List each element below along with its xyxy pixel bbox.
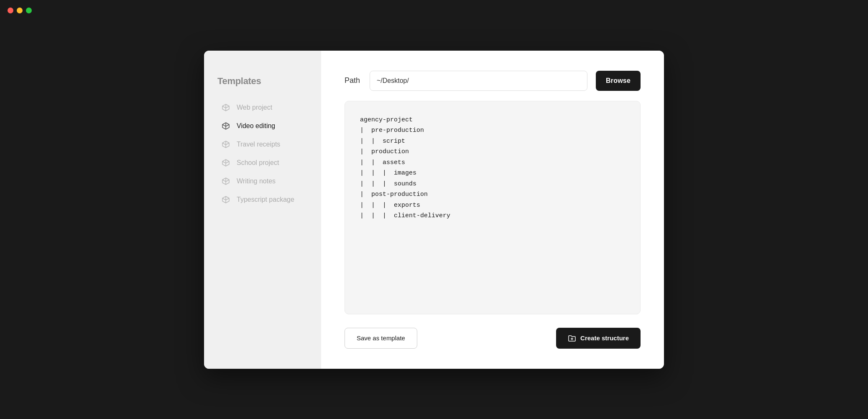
box-icon-writing [221, 176, 231, 186]
sidebar-item-video-editing[interactable]: Video editing [207, 117, 318, 135]
code-line-8: | | | exports [360, 200, 625, 211]
sidebar: Templates Web project Video editing [204, 51, 321, 369]
code-line-4: | | assets [360, 157, 625, 168]
browse-button[interactable]: Browse [596, 71, 641, 91]
code-preview: agency-project | pre-production | | scri… [345, 101, 641, 314]
code-line-0: agency-project [360, 115, 625, 126]
box-icon-school [221, 158, 231, 168]
sidebar-item-label-typescript-package: Typescript package [237, 196, 294, 203]
sidebar-item-label-school-project: School project [237, 159, 279, 167]
create-structure-button[interactable]: Create structure [556, 328, 641, 349]
code-line-9: | | | client-delivery [360, 211, 625, 221]
sidebar-item-travel-receipts[interactable]: Travel receipts [207, 135, 318, 154]
sidebar-item-label-video-editing: Video editing [237, 122, 275, 130]
main-content: Path Browse agency-project | pre-product… [321, 51, 664, 369]
sidebar-item-label-travel-receipts: Travel receipts [237, 141, 280, 148]
path-row: Path Browse [345, 71, 641, 91]
box-icon-travel [221, 139, 231, 149]
code-line-5: | | | images [360, 168, 625, 179]
sidebar-item-label-web-project: Web project [237, 104, 272, 111]
sidebar-item-label-writing-notes: Writing notes [237, 177, 276, 185]
box-icon-typescript [221, 195, 231, 205]
create-structure-label: Create structure [580, 334, 629, 342]
sidebar-item-typescript-package[interactable]: Typescript package [207, 190, 318, 209]
path-input[interactable] [370, 71, 587, 91]
code-line-1: | pre-production [360, 125, 625, 136]
box-icon-active [221, 121, 231, 131]
code-line-7: | post-production [360, 189, 625, 200]
sidebar-title: Templates [204, 76, 321, 98]
box-icon [221, 103, 231, 113]
code-line-3: | production [360, 147, 625, 157]
code-line-6: | | | sounds [360, 179, 625, 190]
code-line-2: | | script [360, 136, 625, 147]
bottom-row: Save as template Create structure [345, 328, 641, 349]
folder-plus-icon [568, 334, 576, 342]
sidebar-item-writing-notes[interactable]: Writing notes [207, 172, 318, 190]
path-label: Path [345, 76, 361, 85]
sidebar-item-web-project[interactable]: Web project [207, 98, 318, 117]
save-as-template-button[interactable]: Save as template [345, 328, 417, 349]
sidebar-item-school-project[interactable]: School project [207, 154, 318, 172]
